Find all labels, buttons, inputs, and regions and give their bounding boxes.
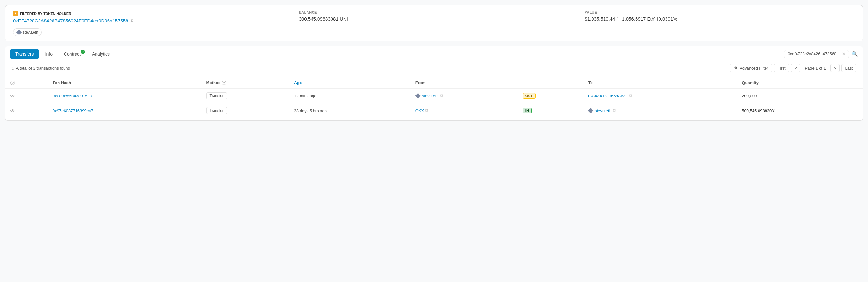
age-text: 33 days 5 hrs ago: [294, 108, 327, 113]
col-eye: ?: [5, 77, 48, 89]
search-button[interactable]: 🔍: [851, 51, 858, 57]
to-address-link[interactable]: 0x84A413...f659A62F: [588, 94, 628, 98]
main-table-area: ↕ A total of 2 transactions found ⚗ Adva…: [5, 59, 863, 121]
count-text: A total of 2 transactions found: [16, 66, 70, 70]
copy-address-icon[interactable]: ⧉: [131, 18, 133, 23]
sort-icon: ↕: [12, 65, 14, 71]
filtered-label: FILTERED BY TOKEN HOLDER: [20, 12, 71, 15]
method-badge: Transfer: [206, 107, 227, 114]
advanced-filter-label: Advanced Filter: [740, 66, 768, 70]
value-value: $1,935,510.44 ( ~1,056.6917 Eth) [0.0301…: [585, 16, 855, 22]
col-age[interactable]: Age: [289, 77, 410, 89]
help-icon[interactable]: ?: [10, 81, 15, 85]
clear-search-button[interactable]: ✕: [842, 52, 845, 57]
table-toolbar: ↕ A total of 2 transactions found ⚗ Adva…: [5, 59, 863, 77]
col-to: [518, 77, 583, 89]
tabs-bar: Transfers Info Contract ✓ Analytics 0xef…: [5, 46, 863, 59]
search-bar-right: 0xef4728c2a8426b478560... ✕ 🔍: [784, 50, 858, 58]
advanced-filter-button[interactable]: ⚗ Advanced Filter: [730, 64, 772, 72]
method-help-icon[interactable]: ?: [222, 81, 226, 85]
ens-badge[interactable]: stevu.eth: [13, 28, 42, 36]
tab-contract[interactable]: Contract ✓: [59, 49, 86, 59]
holder-address[interactable]: 0xEF4728C2A8426B47856024F9FD4ea0D96a1575…: [13, 18, 128, 23]
tab-transfers[interactable]: Transfers: [10, 49, 39, 59]
col-from: From: [410, 77, 518, 89]
first-page-button[interactable]: First: [774, 64, 789, 72]
eye-icon[interactable]: 👁: [10, 93, 15, 99]
ens-diamond-icon: [17, 30, 22, 35]
ens-from-icon: [415, 93, 421, 98]
filter-funnel-icon: ⚗: [734, 66, 738, 70]
transactions-table: ? Txn Hash Method ? Age From To: [5, 77, 863, 118]
txn-hash-link[interactable]: 0x009fc85b43c015ffb...: [53, 94, 95, 98]
tab-info[interactable]: Info: [40, 49, 58, 59]
direction-badge: OUT: [523, 93, 535, 99]
last-page-button[interactable]: Last: [841, 64, 856, 72]
table-row: 👁 0x009fc85b43c015ffb... Transfer 12 min…: [5, 89, 863, 103]
copy-from-icon[interactable]: ⧉: [440, 93, 443, 98]
col-method: Method ?: [201, 77, 289, 89]
value-label: VALUE: [585, 10, 855, 14]
page-info: Page 1 of 1: [802, 64, 829, 72]
col-quantity: Quantity: [737, 77, 863, 89]
direction-badge: IN: [523, 108, 532, 114]
to-ens-link[interactable]: stevu.eth: [595, 108, 612, 113]
copy-to-icon[interactable]: ⧉: [613, 108, 616, 113]
token-holder-section: F FILTERED BY TOKEN HOLDER 0xEF4728C2A84…: [5, 5, 291, 41]
value-section: VALUE $1,935,510.44 ( ~1,056.6917 Eth) […: [577, 5, 863, 41]
from-exchange-link[interactable]: OKX: [415, 108, 424, 113]
pagination-controls: ⚗ Advanced Filter First < Page 1 of 1 > …: [730, 64, 856, 72]
top-info-bar: F FILTERED BY TOKEN HOLDER 0xEF4728C2A84…: [5, 5, 863, 41]
balance-section: BALANCE 300,545.09883081 UNI: [291, 5, 577, 41]
address-search-box: 0xef4728c2a8426b478560... ✕: [784, 50, 849, 58]
col-txnhash: Txn Hash: [48, 77, 201, 89]
copy-from-icon[interactable]: ⧉: [426, 108, 428, 113]
ens-name: stevu.eth: [23, 30, 38, 34]
col-to-address: To: [583, 77, 737, 89]
quantity-text: 500,545.09883081: [742, 108, 776, 113]
tab-analytics[interactable]: Analytics: [87, 49, 115, 59]
filter-icon: F: [13, 11, 18, 16]
eye-icon[interactable]: 👁: [10, 108, 15, 114]
contract-verified-icon: ✓: [81, 50, 85, 54]
balance-label: BALANCE: [299, 10, 569, 14]
txn-hash-link[interactable]: 0x97e6037716399ca7...: [53, 108, 97, 113]
prev-page-button[interactable]: <: [791, 64, 801, 72]
next-page-button[interactable]: >: [830, 64, 840, 72]
quantity-text: 200,000: [742, 94, 757, 98]
transaction-count: ↕ A total of 2 transactions found: [12, 65, 70, 71]
balance-value: 300,545.09883081 UNI: [299, 16, 569, 22]
table-row: 👁 0x97e6037716399ca7... Transfer 33 days…: [5, 103, 863, 118]
ens-to-icon: [588, 108, 593, 113]
filtered-badge: F FILTERED BY TOKEN HOLDER: [13, 11, 71, 16]
age-text: 12 mins ago: [294, 94, 317, 98]
search-address-value: 0xef4728c2a8426b478560...: [788, 52, 840, 56]
copy-to-icon[interactable]: ⧉: [629, 93, 632, 98]
from-ens-link[interactable]: stevu.eth: [422, 94, 439, 98]
method-badge: Transfer: [206, 92, 227, 99]
